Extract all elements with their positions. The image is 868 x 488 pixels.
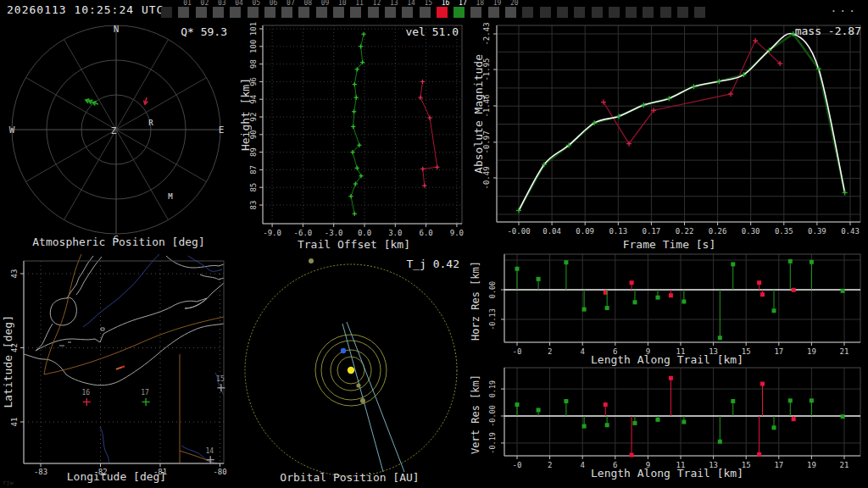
- svg-text:83: 83: [249, 201, 258, 210]
- tisserand-label: T_j 0.42: [406, 258, 459, 270]
- frame-number: 08: [303, 0, 312, 7]
- frame-square-01[interactable]: [178, 7, 189, 18]
- frame-number: 03: [218, 0, 226, 7]
- ground-map-panel: -83-82-81-8043424116171514 Longitude [de…: [0, 251, 233, 488]
- orbital-plot: [233, 251, 466, 488]
- svg-text:M: M: [168, 192, 173, 201]
- frame-square-14[interactable]: [402, 7, 413, 18]
- frame-square[interactable]: [574, 7, 585, 18]
- atmospheric-position-panel: NSWEZRM Q* 59.3 Atmospheric Position [de…: [0, 20, 237, 251]
- frame-square-20[interactable]: [505, 7, 516, 18]
- svg-text:0.43: 0.43: [841, 227, 860, 236]
- polar-title: Atmospheric Position [deg]: [0, 236, 237, 248]
- frame-square-10[interactable]: [333, 7, 344, 18]
- height-ylabel: Height [km]: [239, 78, 252, 151]
- svg-text:0.22: 0.22: [676, 227, 694, 236]
- frame-square-18[interactable]: [470, 7, 481, 18]
- svg-text:-9.0: -9.0: [263, 229, 281, 237]
- svg-text:0.26: 0.26: [709, 227, 727, 236]
- frame-number: 11: [355, 0, 364, 7]
- ground-map-plot: -83-82-81-8043424116171514: [0, 251, 233, 488]
- frame-square-07[interactable]: [281, 7, 292, 18]
- frame-number: 02: [201, 0, 209, 7]
- map-coastlines: [24, 254, 224, 463]
- frame-square-11[interactable]: [350, 7, 361, 18]
- frame-square-08[interactable]: [298, 7, 309, 18]
- frame-square[interactable]: [626, 7, 637, 18]
- frame-square-16[interactable]: [437, 7, 448, 18]
- svg-text:-0.00: -0.00: [488, 405, 497, 427]
- svg-text:0.17: 0.17: [643, 227, 661, 236]
- latitude-ylabel: Latitude [deg]: [2, 315, 14, 408]
- svg-text:43: 43: [10, 269, 19, 279]
- frame-number: 10: [338, 0, 347, 7]
- magnitude-ylabel: Absolute Magnitude: [472, 54, 485, 174]
- svg-text:87: 87: [249, 165, 258, 175]
- frame-number: 16: [442, 0, 450, 7]
- more-menu-dots[interactable]: ...: [831, 2, 858, 14]
- svg-text:14: 14: [205, 447, 214, 455]
- frame-square-13[interactable]: [385, 7, 396, 18]
- svg-text:6.0: 6.0: [419, 229, 432, 237]
- frame-square[interactable]: [161, 7, 172, 18]
- watermark: rjw: [3, 480, 14, 486]
- vert-res-xlabel: Length Along Trail [km]: [466, 467, 868, 480]
- svg-text:0.19: 0.19: [488, 380, 497, 397]
- frame-number: 14: [407, 0, 415, 7]
- frame-square-09[interactable]: [316, 7, 327, 18]
- svg-text:Z: Z: [111, 125, 117, 136]
- vert-res-ylabel: Vert Res [km]: [470, 374, 481, 454]
- residuals-panel: -024691113151719210.00-0.13-024691113151…: [466, 251, 868, 488]
- frame-number: 18: [476, 0, 484, 7]
- mass-label: mass -2.87: [795, 25, 861, 37]
- svg-text:-0.19: -0.19: [488, 432, 497, 454]
- frame-square-06[interactable]: [264, 7, 275, 18]
- frame-square[interactable]: [609, 7, 620, 18]
- svg-text:0.39: 0.39: [808, 227, 826, 236]
- top-toolbar: 20260113 10:25:24 UTC 010203040506070809…: [0, 0, 868, 20]
- frame-square-15[interactable]: [420, 7, 431, 18]
- velocity-label: vel 51.0: [405, 25, 459, 38]
- svg-text:0.09: 0.09: [576, 227, 594, 236]
- svg-text:17: 17: [141, 389, 149, 396]
- svg-text:101: 101: [249, 22, 258, 36]
- frame-number: 13: [390, 0, 398, 7]
- frame-square-05[interactable]: [248, 7, 259, 18]
- svg-text:E: E: [219, 125, 225, 136]
- svg-text:0.04: 0.04: [542, 227, 561, 236]
- frame-number: 09: [321, 0, 330, 7]
- frame-square-03[interactable]: [213, 7, 224, 18]
- svg-text:0.35: 0.35: [775, 227, 793, 236]
- svg-text:-3.0: -3.0: [325, 229, 343, 237]
- frame-time-xlabel: Frame Time [s]: [470, 238, 868, 251]
- frame-square-17[interactable]: [453, 7, 465, 18]
- frame-square[interactable]: [557, 7, 568, 18]
- polar-plot: NSWEZRM: [0, 20, 237, 251]
- svg-text:85: 85: [249, 183, 258, 192]
- frame-number: 05: [253, 0, 261, 7]
- svg-text:-0.13: -0.13: [488, 308, 497, 330]
- frame-square[interactable]: [677, 7, 688, 18]
- frame-square[interactable]: [660, 7, 671, 18]
- frame-square-12[interactable]: [368, 7, 379, 18]
- frame-square-04[interactable]: [230, 7, 241, 18]
- frame-square[interactable]: [522, 7, 533, 18]
- svg-text:W: W: [9, 125, 15, 136]
- svg-text:0.00: 0.00: [488, 281, 497, 298]
- frame-square-19[interactable]: [488, 7, 499, 18]
- frame-square[interactable]: [592, 7, 603, 18]
- frame-square[interactable]: [694, 7, 705, 18]
- frame-square[interactable]: [643, 7, 654, 18]
- frame-number: 12: [373, 0, 381, 7]
- frame-square-02[interactable]: [196, 7, 207, 18]
- frame-strip: 0102030405060708091011121314151617181920: [0, 0, 868, 20]
- svg-text:-2.43: -2.43: [482, 22, 491, 45]
- svg-text:0.30: 0.30: [742, 227, 760, 236]
- frame-number: 07: [287, 0, 295, 7]
- frame-square[interactable]: [540, 7, 551, 18]
- frame-number: 06: [270, 0, 278, 7]
- frame-number: 01: [183, 0, 192, 7]
- svg-text:-6.0: -6.0: [294, 229, 313, 237]
- svg-text:41: 41: [10, 418, 19, 427]
- horz-res-xlabel: Length Along Trail [km]: [466, 353, 868, 366]
